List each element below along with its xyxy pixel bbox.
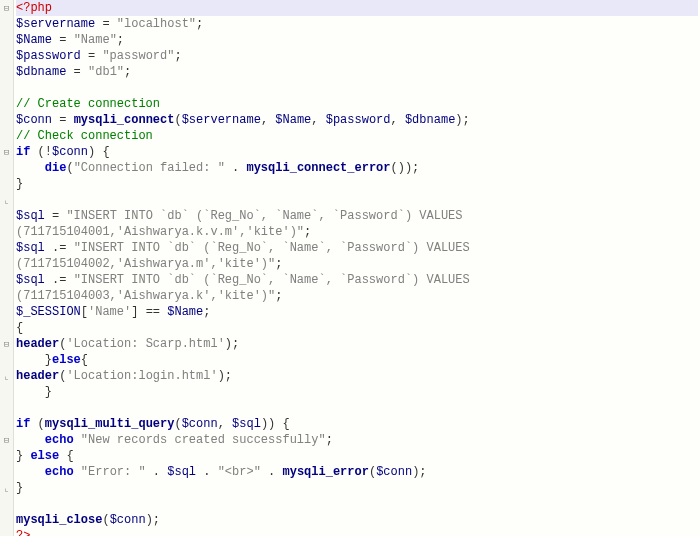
fold-marker xyxy=(0,320,13,336)
code-line[interactable]: (711715104003,'Aishwarya.k','kite')"; xyxy=(16,288,698,304)
fold-marker xyxy=(0,416,13,432)
fold-marker[interactable]: ⌞ xyxy=(0,192,13,208)
code-token: 'Location:login.html' xyxy=(66,369,217,383)
code-token xyxy=(16,465,45,479)
code-token: ; xyxy=(412,161,419,175)
code-line[interactable]: if (!$conn) { xyxy=(16,144,698,160)
code-line[interactable]: $dbname = "db1"; xyxy=(16,64,698,80)
code-token: "<br>" xyxy=(218,465,261,479)
code-line[interactable]: echo "Error: " . $sql . "<br>" . mysqli_… xyxy=(16,464,698,480)
code-token: "INSERT INTO `db` (`Reg_No`, `Name`, `Pa… xyxy=(74,241,470,255)
code-line[interactable] xyxy=(16,496,698,512)
code-token: . xyxy=(261,465,283,479)
code-token: ) xyxy=(225,337,232,351)
code-token: $sql xyxy=(167,465,196,479)
code-line[interactable] xyxy=(16,192,698,208)
code-token: ( xyxy=(174,113,181,127)
fold-marker[interactable]: ⊟ xyxy=(0,432,13,448)
code-line[interactable]: $conn = mysqli_connect($servername, $Nam… xyxy=(16,112,698,128)
fold-marker[interactable]: ⌞ xyxy=(0,368,13,384)
code-line[interactable]: } xyxy=(16,480,698,496)
code-line[interactable]: (711715104001,'Aishwarya.k.v.m','kite')"… xyxy=(16,224,698,240)
code-token: // Check connection xyxy=(16,129,153,143)
fold-marker xyxy=(0,400,13,416)
code-token: ; xyxy=(463,113,470,127)
code-token: "Name" xyxy=(74,33,117,47)
code-line[interactable]: <?php xyxy=(16,0,698,16)
code-token: } xyxy=(16,177,23,191)
code-token: else xyxy=(30,449,59,463)
code-token: = xyxy=(52,113,74,127)
code-line[interactable]: if (mysqli_multi_query($conn, $sql)) { xyxy=(16,416,698,432)
code-line[interactable]: header('Location:login.html'); xyxy=(16,368,698,384)
fold-marker[interactable]: ⊟ xyxy=(0,0,13,16)
code-token: . xyxy=(196,465,218,479)
code-line[interactable]: ?> xyxy=(16,528,698,536)
fold-marker[interactable]: ⊟ xyxy=(0,336,13,352)
code-token: = xyxy=(81,49,103,63)
code-line[interactable]: } xyxy=(16,384,698,400)
code-line[interactable]: $password = "password"; xyxy=(16,48,698,64)
code-line[interactable] xyxy=(16,80,698,96)
code-token: (! xyxy=(30,145,52,159)
code-area[interactable]: <?php$servername = "localhost";$Name = "… xyxy=(14,0,700,536)
code-line[interactable]: header('Location: Scarp.html'); xyxy=(16,336,698,352)
code-line[interactable] xyxy=(16,400,698,416)
code-token: ; xyxy=(304,225,311,239)
fold-marker xyxy=(0,160,13,176)
code-token: (711715104003,'Aishwarya.k','kite')" xyxy=(16,289,275,303)
code-line[interactable]: (711715104002,'Aishwarya.m','kite')"; xyxy=(16,256,698,272)
code-line[interactable]: $servername = "localhost"; xyxy=(16,16,698,32)
code-line[interactable]: { xyxy=(16,320,698,336)
code-token: ; xyxy=(326,433,333,447)
code-token: "db1" xyxy=(88,65,124,79)
code-token: ( xyxy=(174,417,181,431)
code-token: ) xyxy=(146,513,153,527)
code-token: $sql xyxy=(16,209,45,223)
code-line[interactable]: $sql .= "INSERT INTO `db` (`Reg_No`, `Na… xyxy=(16,240,698,256)
code-token: ; xyxy=(225,369,232,383)
fold-marker xyxy=(0,64,13,80)
code-token: .= xyxy=(45,241,74,255)
code-token: , xyxy=(391,113,405,127)
code-token: (711715104002,'Aishwarya.m','kite')" xyxy=(16,257,275,271)
code-line[interactable]: die("Connection failed: " . mysqli_conne… xyxy=(16,160,698,176)
code-line[interactable]: echo "New records created successfully"; xyxy=(16,432,698,448)
code-token: ) { xyxy=(88,145,110,159)
code-line[interactable]: } else { xyxy=(16,448,698,464)
fold-marker xyxy=(0,304,13,320)
code-line[interactable]: $Name = "Name"; xyxy=(16,32,698,48)
code-token: = xyxy=(95,17,117,31)
code-token: $servername xyxy=(16,17,95,31)
code-line[interactable]: // Check connection xyxy=(16,128,698,144)
code-token: } xyxy=(16,353,52,367)
code-token: . xyxy=(146,465,168,479)
code-line[interactable]: } xyxy=(16,176,698,192)
code-token: ; xyxy=(196,17,203,31)
code-line[interactable]: $sql = "INSERT INTO `db` (`Reg_No`, `Nam… xyxy=(16,208,698,224)
code-token: ; xyxy=(232,337,239,351)
code-line[interactable]: // Create connection xyxy=(16,96,698,112)
code-token: , xyxy=(218,417,232,431)
code-token: <?php xyxy=(16,1,52,15)
fold-marker xyxy=(0,48,13,64)
code-token: $sql xyxy=(16,273,45,287)
fold-marker xyxy=(0,512,13,528)
code-token: $_SESSION xyxy=(16,305,81,319)
code-token: } xyxy=(16,449,30,463)
fold-marker xyxy=(0,80,13,96)
fold-marker[interactable]: ⊟ xyxy=(0,144,13,160)
code-token: "localhost" xyxy=(117,17,196,31)
code-token: $conn xyxy=(110,513,146,527)
code-token: 'Name' xyxy=(88,305,131,319)
code-line[interactable]: mysqli_close($conn); xyxy=(16,512,698,528)
code-token: $dbname xyxy=(16,65,66,79)
code-token: "INSERT INTO `db` (`Reg_No`, `Name`, `Pa… xyxy=(74,273,470,287)
code-token: $conn xyxy=(16,113,52,127)
fold-marker[interactable]: ⌞ xyxy=(0,480,13,496)
code-token: { xyxy=(81,353,88,367)
code-line[interactable]: }else{ xyxy=(16,352,698,368)
code-line[interactable]: $sql .= "INSERT INTO `db` (`Reg_No`, `Na… xyxy=(16,272,698,288)
code-line[interactable]: $_SESSION['Name'] == $Name; xyxy=(16,304,698,320)
code-token: ( xyxy=(102,513,109,527)
